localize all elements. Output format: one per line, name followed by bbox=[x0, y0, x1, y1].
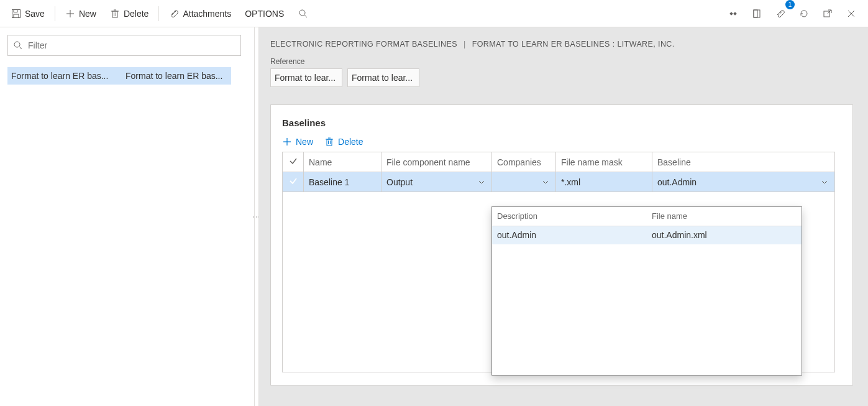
col-baseline[interactable]: Baseline bbox=[652, 152, 835, 172]
panel-delete-label: Delete bbox=[338, 137, 363, 147]
sidebar: Format to learn ER bas... Format to lear… bbox=[0, 27, 255, 406]
paperclip-icon bbox=[169, 9, 179, 19]
svg-rect-0 bbox=[12, 9, 21, 17]
search-icon bbox=[13, 40, 23, 50]
chevron-down-icon bbox=[477, 177, 487, 187]
attachments-badge: 1 bbox=[785, 0, 795, 9]
paperclip-icon bbox=[775, 9, 785, 19]
cell-baseline[interactable]: out.Admin bbox=[652, 172, 835, 192]
col-file[interactable]: File component name bbox=[381, 152, 492, 172]
search-icon bbox=[298, 9, 308, 19]
list-item-col2: Format to learn ER bas... bbox=[126, 71, 227, 81]
options-label: OPTIONS bbox=[245, 9, 284, 19]
col-companies[interactable]: Companies bbox=[492, 152, 556, 172]
new-label: New bbox=[79, 9, 96, 19]
plus-icon bbox=[282, 137, 292, 147]
svg-rect-16 bbox=[824, 11, 829, 17]
popout-button[interactable] bbox=[816, 2, 839, 25]
col-select[interactable] bbox=[283, 152, 304, 172]
svg-line-21 bbox=[19, 47, 22, 49]
filter-input[interactable] bbox=[27, 40, 235, 51]
close-button[interactable] bbox=[839, 2, 863, 25]
popout-icon bbox=[823, 9, 833, 19]
lookup-blank bbox=[492, 244, 802, 375]
panel-new-button[interactable]: New bbox=[282, 137, 313, 147]
svg-rect-15 bbox=[754, 10, 757, 17]
reference-field-2[interactable]: Format to lear... bbox=[347, 68, 419, 87]
svg-rect-1 bbox=[14, 9, 17, 12]
office-icon bbox=[752, 9, 762, 19]
delete-button[interactable]: Delete bbox=[104, 2, 155, 25]
col-name[interactable]: Name bbox=[304, 152, 381, 172]
svg-rect-24 bbox=[327, 139, 332, 145]
baseline-lookup-dropdown[interactable]: Description File name out.Admin out.Admi… bbox=[491, 206, 802, 376]
svg-rect-12 bbox=[729, 12, 733, 16]
new-button[interactable]: New bbox=[59, 2, 103, 25]
refresh-button[interactable] bbox=[792, 2, 816, 25]
check-icon bbox=[288, 156, 298, 166]
chevron-down-icon bbox=[541, 177, 550, 187]
svg-point-20 bbox=[14, 42, 20, 47]
close-icon bbox=[846, 9, 856, 19]
cell-name[interactable]: Baseline 1 bbox=[304, 172, 381, 192]
svg-rect-5 bbox=[112, 11, 117, 17]
panel-new-label: New bbox=[296, 137, 313, 147]
lookup-row[interactable]: out.Admin out.Admin.xml bbox=[492, 226, 802, 244]
breadcrumb-item[interactable]: ELECTRONIC REPORTING FORMAT BASELINES bbox=[270, 40, 457, 48]
content-area: ELECTRONIC REPORTING FORMAT BASELINES | … bbox=[259, 27, 868, 406]
splitter-handle[interactable]: ⋮ bbox=[255, 27, 259, 406]
panel-title: Baselines bbox=[271, 114, 852, 137]
connect-icon-button[interactable] bbox=[721, 2, 745, 25]
cell-mask[interactable]: *.xml bbox=[556, 172, 652, 192]
attachments-button[interactable]: Attachments bbox=[163, 2, 237, 25]
attachments-label: Attachments bbox=[183, 9, 231, 19]
attachments-indicator[interactable]: 1 bbox=[769, 2, 792, 25]
table-row[interactable]: Baseline 1 Output *.xml out.Admin bbox=[283, 172, 835, 192]
lookup-cell-desc[interactable]: out.Admin bbox=[492, 226, 647, 244]
delete-label: Delete bbox=[124, 9, 148, 19]
save-icon bbox=[11, 9, 21, 19]
panel-delete-button[interactable]: Delete bbox=[324, 137, 363, 147]
toolbar-separator bbox=[158, 6, 159, 21]
cell-file[interactable]: Output bbox=[381, 172, 492, 192]
svg-rect-13 bbox=[733, 12, 737, 16]
list-item[interactable]: Format to learn ER bas... Format to lear… bbox=[7, 67, 231, 85]
options-button[interactable]: OPTIONS bbox=[239, 2, 290, 25]
col-mask[interactable]: File name mask bbox=[556, 152, 652, 172]
trash-icon bbox=[110, 9, 120, 19]
plus-icon bbox=[65, 9, 75, 19]
svg-point-10 bbox=[299, 10, 305, 16]
reference-label: Reference bbox=[270, 57, 853, 66]
breadcrumb: ELECTRONIC REPORTING FORMAT BASELINES | … bbox=[270, 39, 853, 57]
list-item-col1: Format to learn ER bas... bbox=[11, 71, 117, 81]
save-label: Save bbox=[25, 9, 45, 19]
search-button[interactable] bbox=[291, 2, 315, 25]
svg-rect-2 bbox=[14, 14, 19, 18]
svg-rect-14 bbox=[754, 10, 760, 17]
breadcrumb-item[interactable]: FORMAT TO LEARN ER BASELINES : LITWARE, … bbox=[472, 40, 675, 48]
toolbar-separator bbox=[55, 6, 55, 21]
lookup-col-filename[interactable]: File name bbox=[647, 207, 802, 226]
save-button[interactable]: Save bbox=[5, 2, 51, 25]
svg-line-11 bbox=[304, 15, 307, 17]
lookup-col-description[interactable]: Description bbox=[492, 207, 647, 226]
filter-input-wrap[interactable] bbox=[7, 35, 241, 56]
breadcrumb-separator: | bbox=[464, 40, 466, 48]
toolbar: Save New Delete Attachments OPTIONS bbox=[0, 0, 868, 27]
refresh-icon bbox=[799, 9, 809, 19]
office-button[interactable] bbox=[745, 2, 769, 25]
trash-icon bbox=[324, 137, 334, 147]
row-selector[interactable] bbox=[283, 172, 304, 192]
check-icon bbox=[288, 176, 298, 186]
chevron-down-icon bbox=[820, 177, 829, 187]
reference-field-1[interactable]: Format to lear... bbox=[270, 68, 342, 87]
cell-companies[interactable] bbox=[492, 172, 556, 192]
diamond-icon bbox=[728, 9, 738, 19]
lookup-cell-file[interactable]: out.Admin.xml bbox=[647, 226, 802, 244]
